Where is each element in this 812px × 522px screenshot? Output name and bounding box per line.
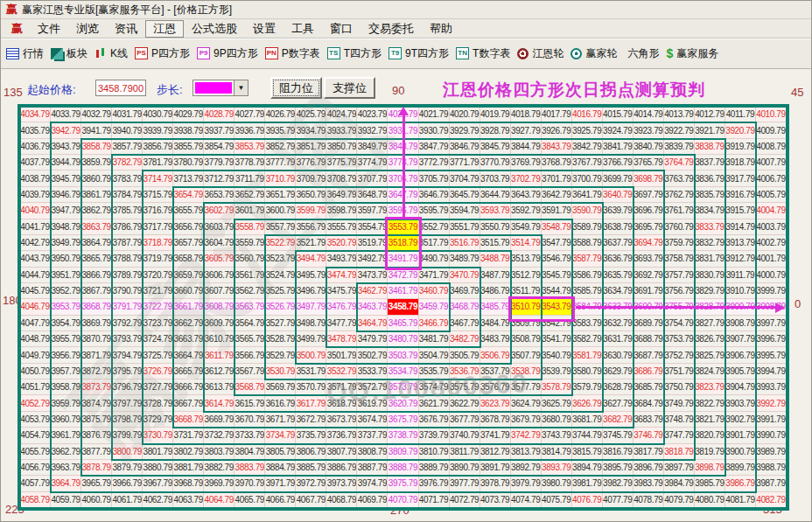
grid-cell[interactable]: 3514.79 (511, 235, 542, 251)
grid-cell[interactable]: 4053.79 (20, 412, 51, 428)
grid-cell[interactable]: 3585.79 (572, 283, 603, 299)
grid-cell[interactable]: 3827.79 (695, 316, 725, 331)
grid-cell[interactable]: 3598.79 (326, 203, 357, 219)
grid-cell[interactable]: 3902.79 (725, 412, 756, 428)
grid-cell[interactable]: 4055.79 (20, 444, 51, 460)
grid-cell[interactable]: 3554.79 (357, 219, 388, 235)
grid-cell[interactable]: 3784.79 (112, 187, 143, 203)
grid-cell[interactable]: 3503.79 (388, 347, 418, 363)
grid-cell[interactable]: 3780.79 (173, 155, 204, 171)
grid-cell[interactable]: 3531.79 (296, 364, 326, 379)
grid-cell[interactable]: 3608.79 (204, 299, 234, 315)
grid-cell[interactable]: 3716.79 (143, 203, 173, 219)
grid-cell[interactable]: 3990.79 (756, 428, 787, 443)
grid-cell[interactable]: 4063.79 (173, 492, 204, 508)
grid-cell[interactable]: 3636.79 (603, 251, 634, 267)
grid-cell[interactable]: 3568.79 (234, 379, 265, 395)
grid-cell[interactable]: 3688.79 (634, 331, 664, 347)
grid-cell[interactable]: 3776.79 (296, 155, 326, 171)
grid-cell[interactable]: 3828.79 (695, 299, 725, 315)
grid-cell[interactable]: 3919.79 (725, 139, 756, 155)
grid-cell[interactable]: 3901.79 (725, 428, 756, 443)
grid-cell[interactable]: 4016.79 (572, 107, 603, 122)
grid-cell[interactable]: 3609.79 (204, 316, 234, 331)
grid-cell[interactable]: 3942.79 (51, 122, 81, 138)
step-color-combobox[interactable]: ▼ (192, 80, 248, 96)
grid-cell[interactable]: 3569.79 (265, 379, 296, 395)
grid-cell[interactable]: 3555.79 (326, 219, 357, 235)
grid-cell[interactable]: 4056.79 (20, 460, 51, 476)
grid-cell[interactable]: 3491.79 (388, 251, 418, 267)
grid-cell[interactable]: 3645.79 (450, 187, 480, 203)
grid-cell[interactable]: 4033.79 (51, 107, 81, 122)
grid-cell[interactable]: 3731.79 (173, 428, 204, 443)
grid-cell[interactable]: 4048.79 (20, 331, 51, 347)
grid-cell[interactable]: 3472.79 (388, 268, 418, 283)
grid-cell[interactable]: 3596.79 (388, 203, 418, 219)
grid-cell[interactable]: 3579.79 (572, 379, 603, 395)
grid-cell[interactable]: 3986.79 (725, 476, 756, 491)
grid-cell[interactable]: 3777.79 (265, 155, 296, 171)
grid-cell[interactable]: 3533.79 (357, 364, 388, 379)
grid-cell[interactable]: 3571.79 (326, 379, 357, 395)
grid-cell[interactable]: 3679.79 (511, 412, 542, 428)
grid-cell[interactable]: 3708.79 (326, 171, 357, 186)
grid-cell[interactable]: 3956.79 (51, 347, 81, 363)
grid-cell[interactable]: 3607.79 (204, 283, 234, 299)
grid-cell[interactable]: 3625.79 (542, 395, 572, 411)
grid-cell[interactable]: 3460.79 (419, 283, 450, 299)
grid-cell[interactable]: 3683.79 (634, 412, 664, 428)
grid-cell[interactable]: 3489.79 (450, 251, 480, 267)
grid-cell[interactable]: 3766.79 (603, 155, 634, 171)
grid-cell[interactable]: 3788.79 (112, 251, 143, 267)
grid-cell[interactable]: 3793.79 (112, 331, 143, 347)
grid-cell[interactable]: 3969.79 (204, 476, 234, 491)
grid-cell[interactable]: 3692.79 (634, 268, 664, 283)
grid-cell[interactable]: 3917.79 (725, 171, 756, 186)
grid-cell[interactable]: 3899.79 (725, 460, 756, 476)
grid-cell[interactable]: 3898.79 (695, 460, 725, 476)
grid-cell[interactable]: 3614.79 (204, 395, 234, 411)
grid-cell[interactable]: 3913.79 (725, 235, 756, 251)
grid-cell[interactable]: 3932.79 (357, 122, 388, 138)
grid-cell[interactable]: 3674.79 (357, 412, 388, 428)
grid-cell[interactable]: 3915.79 (725, 203, 756, 219)
grid-cell[interactable]: 4011.79 (725, 107, 756, 122)
grid-cell[interactable]: 3822.79 (695, 395, 725, 411)
grid-cell[interactable]: 3496.79 (296, 283, 326, 299)
grid-cell[interactable]: 3925.79 (572, 122, 603, 138)
grid-cell[interactable]: 3684.79 (634, 395, 664, 411)
grid-cell[interactable]: 3820.79 (695, 428, 725, 443)
grid-cell[interactable]: 3949.79 (51, 235, 81, 251)
grid-cell[interactable]: 3648.79 (357, 187, 388, 203)
menu-item-文件[interactable]: 文件 (30, 20, 68, 38)
grid-cell[interactable]: 3836.79 (695, 171, 725, 186)
grid-cell[interactable]: 4022.79 (388, 107, 418, 122)
grid-cell[interactable]: 3461.79 (388, 283, 418, 299)
grid-cell[interactable]: 3557.79 (265, 219, 296, 235)
grid-cell[interactable]: 3662.79 (173, 316, 204, 331)
grid-cell[interactable]: 3624.79 (511, 395, 542, 411)
grid-cell[interactable]: 3869.79 (81, 316, 112, 331)
grid-cell[interactable]: 3926.79 (542, 122, 572, 138)
grid-cell[interactable]: 3946.79 (51, 187, 81, 203)
grid-cell[interactable]: 3682.79 (603, 412, 634, 428)
grid-cell[interactable]: 3734.79 (265, 428, 296, 443)
grid-cell[interactable]: 3548.79 (542, 219, 572, 235)
grid-cell[interactable]: 3804.79 (234, 444, 265, 460)
grid-cell[interactable]: 3507.79 (511, 347, 542, 363)
grid-cell[interactable]: 3651.79 (265, 187, 296, 203)
grid-cell[interactable]: 3897.79 (664, 460, 695, 476)
grid-cell[interactable]: 3730.79 (143, 428, 173, 443)
grid-cell[interactable]: 3477.79 (326, 316, 357, 331)
toolbar-button-T数字表[interactable]: TNT数字表 (456, 46, 510, 61)
grid-cell[interactable]: 3493.79 (326, 251, 357, 267)
grid-cell[interactable]: 3668.79 (173, 412, 204, 428)
grid-cell[interactable]: 3483.79 (480, 331, 511, 347)
grid-cell[interactable]: 4064.79 (204, 492, 234, 508)
grid-cell[interactable]: 3710.79 (265, 171, 296, 186)
grid-cell[interactable]: 3721.79 (143, 283, 173, 299)
grid-cell[interactable]: 3699.79 (603, 171, 634, 186)
grid-cell[interactable]: 3615.79 (234, 395, 265, 411)
grid-cell[interactable]: 3750.79 (664, 379, 695, 395)
